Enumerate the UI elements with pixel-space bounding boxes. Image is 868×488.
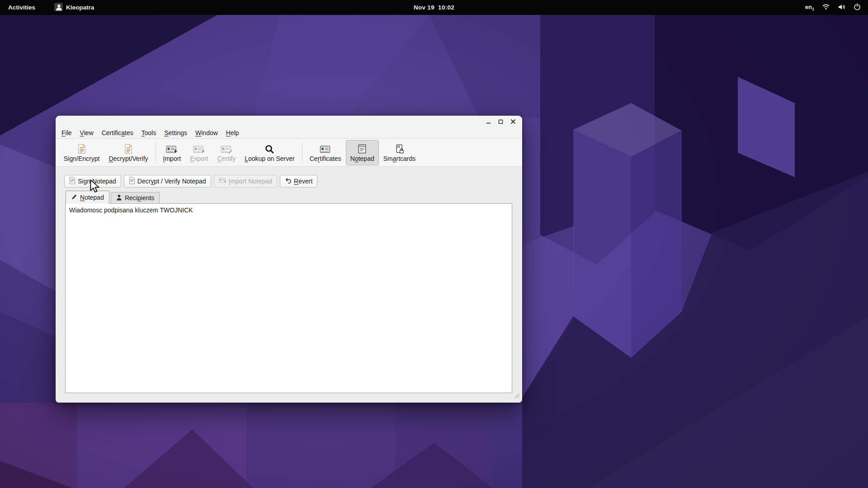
wifi-icon[interactable] [822, 4, 830, 11]
document-decrypt-icon [129, 177, 135, 186]
notepad-text-area[interactable]: Wiadomosc podpisana kluczem TWOJNICK [65, 203, 512, 393]
menu-window[interactable]: Window [191, 128, 222, 138]
menu-settings[interactable]: Settings [160, 128, 191, 138]
toolbar-separator [302, 142, 302, 164]
maximize-button[interactable] [497, 118, 505, 126]
document-encrypt-icon [77, 143, 86, 154]
toolbar-certify[interactable]: Certify [213, 140, 240, 165]
toolbar-decrypt-verify[interactable]: Decrypt/Verify [104, 140, 152, 165]
notepad-view: Sign Notepad Decrypt / Verify Notepad Im… [56, 167, 522, 402]
toolbar-export[interactable]: Export [185, 140, 212, 165]
kleopatra-window: File View Certificates Tools Settings Wi… [56, 116, 522, 403]
close-button[interactable] [509, 118, 517, 126]
keyboard-layout-indicator[interactable]: en1 [805, 4, 814, 11]
toolbar: Sign/Encrypt Decrypt/Verify Import Expor [56, 139, 522, 167]
toolbar-separator [156, 142, 156, 164]
focused-app-name: Kleopatra [66, 4, 94, 11]
minimize-button[interactable] [485, 118, 492, 126]
notepad-text: Wiadomosc podpisana kluczem TWOJNICK [69, 206, 508, 214]
revert-button[interactable]: Revert [280, 175, 317, 188]
certificates-icon [320, 143, 331, 154]
smartcard-icon [395, 143, 405, 154]
menu-help[interactable]: Help [222, 128, 243, 138]
kleopatra-app-icon [54, 3, 63, 13]
search-icon [264, 143, 274, 154]
menu-view[interactable]: View [76, 128, 98, 138]
decrypt-verify-notepad-button[interactable]: Decrypt / Verify Notepad [124, 175, 211, 188]
certificate-import-icon [166, 143, 178, 154]
notepad-actions: Sign Notepad Decrypt / Verify Notepad Im… [64, 175, 317, 188]
undo-icon [285, 177, 292, 185]
mouse-cursor [90, 179, 101, 195]
document-decrypt-icon [123, 143, 133, 154]
certificate-export-icon [193, 143, 205, 154]
pencil-icon [71, 194, 77, 202]
tab-recipients[interactable]: Recipients [111, 192, 160, 204]
certificate-import-icon [219, 178, 226, 185]
toolbar-notepad[interactable]: Notepad [346, 140, 379, 165]
menu-file[interactable]: File [57, 128, 76, 138]
window-titlebar[interactable] [56, 116, 522, 127]
clock[interactable]: Nov 19 10:02 [414, 4, 454, 11]
menu-tools[interactable]: Tools [137, 128, 160, 138]
toolbar-import[interactable]: Import [159, 140, 186, 165]
top-bar: Activities Kleopatra Nov 19 10:02 en1 [0, 0, 868, 15]
menu-certificates[interactable]: Certificates [98, 128, 137, 138]
menubar: File View Certificates Tools Settings Wi… [56, 127, 522, 139]
volume-icon[interactable] [838, 4, 846, 12]
notepad-tabs: Notepad Recipients [66, 191, 161, 204]
resize-grip[interactable] [514, 392, 520, 400]
tab-notepad[interactable]: Notepad [66, 191, 109, 204]
power-icon[interactable] [854, 3, 861, 12]
toolbar-lookup-on-server[interactable]: Lookup on Server [240, 140, 299, 165]
toolbar-certificates[interactable]: Certificates [305, 140, 346, 165]
certificate-certify-icon [221, 143, 232, 154]
notepad-icon [357, 143, 367, 154]
document-sign-icon [69, 177, 75, 186]
import-notepad-button[interactable]: Import Notepad [214, 175, 278, 188]
focused-app-indicator[interactable]: Kleopatra [54, 3, 94, 13]
toolbar-sign-encrypt[interactable]: Sign/Encrypt [59, 140, 104, 165]
desktop: Activities Kleopatra Nov 19 10:02 en1 [0, 0, 868, 488]
activities-button[interactable]: Activities [8, 4, 35, 11]
person-icon [116, 194, 122, 202]
toolbar-smartcards[interactable]: Smartcards [379, 140, 420, 165]
